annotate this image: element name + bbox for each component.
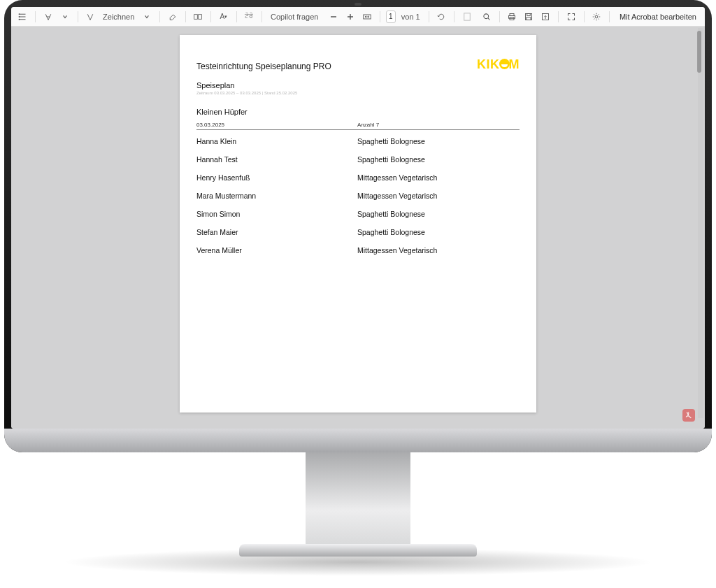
person-name: Stefan Maier xyxy=(196,228,357,236)
svg-point-15 xyxy=(484,13,489,18)
separator xyxy=(454,11,454,22)
separator xyxy=(584,11,585,22)
pdf-page: KIKM Testeinrichtung Speiseplanung PRO S… xyxy=(180,35,536,413)
copilot-button[interactable]: Copilot fragen xyxy=(268,13,322,21)
svg-rect-21 xyxy=(527,13,531,15)
fullscreen-icon[interactable] xyxy=(564,10,578,24)
edit-with-acrobat-link[interactable]: Mit Acrobat bearbeiten xyxy=(615,13,701,21)
read-aloud-icon[interactable]: ਟੋਰੋ xyxy=(242,10,256,24)
page-count-label: von 1 xyxy=(399,13,423,21)
table-row: Henry HasenfußMittagessen Vegetarisch xyxy=(196,173,520,182)
pdf-viewer-window: Zeichnen A▾ ਟੋਰੋ Copilot fragen xyxy=(11,7,705,429)
person-name: Mara Mustermann xyxy=(196,192,357,200)
save-as-icon[interactable] xyxy=(538,10,552,24)
pdf-toolbar: Zeichnen A▾ ਟੋਰੋ Copilot fragen xyxy=(11,7,705,27)
person-name: Henry Hasenfuß xyxy=(196,173,357,182)
separator xyxy=(35,11,36,22)
svg-point-4 xyxy=(19,16,20,17)
meal-list: Hanna KleinSpaghetti BologneseHannah Tes… xyxy=(196,137,520,254)
table-row: Verena MüllerMittagessen Vegetarisch xyxy=(196,246,520,254)
table-row: Simon SimonSpaghetti Bolognese xyxy=(196,210,520,218)
meal-name: Spaghetti Bolognese xyxy=(357,228,520,236)
separator xyxy=(609,11,610,22)
outline-icon[interactable] xyxy=(15,10,29,24)
separator xyxy=(210,11,211,22)
separator xyxy=(78,11,78,22)
separator xyxy=(429,11,429,22)
table-row: Mara MustermannMittagessen Vegetarisch xyxy=(196,192,520,200)
svg-rect-7 xyxy=(194,14,198,19)
document-subtitle: Speiseplan xyxy=(196,81,520,89)
separator xyxy=(499,11,500,22)
kikom-logo: KIKM xyxy=(477,57,520,72)
zoom-out-icon[interactable] xyxy=(327,10,341,24)
pdf-content-area: KIKM Testeinrichtung Speiseplanung PRO S… xyxy=(11,27,705,429)
chevron-down-icon[interactable] xyxy=(58,10,72,24)
svg-point-24 xyxy=(595,15,598,18)
chevron-down-icon[interactable] xyxy=(140,10,154,24)
separator xyxy=(380,11,380,22)
group-name: Kleinen Hüpfer xyxy=(196,108,520,116)
page-number-input[interactable]: 1 xyxy=(386,10,396,23)
fit-width-icon[interactable] xyxy=(360,10,374,24)
person-name: Simon Simon xyxy=(196,210,357,218)
monitor-frame: Zeichnen A▾ ਟੋਰੋ Copilot fragen xyxy=(4,0,712,452)
person-name: Verena Müller xyxy=(196,246,357,254)
meal-name: Spaghetti Bolognese xyxy=(357,137,520,145)
monitor-stand-base xyxy=(239,544,477,557)
adobe-pdf-icon[interactable] xyxy=(682,409,695,422)
save-icon[interactable] xyxy=(522,10,536,24)
svg-rect-17 xyxy=(510,13,514,15)
meal-name: Spaghetti Bolognese xyxy=(357,155,520,164)
page-view-icon[interactable] xyxy=(460,10,474,24)
header-date: 03.03.2025 xyxy=(196,122,357,128)
table-row: Hannah TestSpaghetti Bolognese xyxy=(196,155,520,164)
svg-point-5 xyxy=(19,19,20,20)
separator xyxy=(159,11,160,22)
settings-icon[interactable] xyxy=(589,10,603,24)
camera-notch xyxy=(355,3,361,6)
table-header: 03.03.2025 Anzahl 7 xyxy=(196,122,520,130)
print-icon[interactable] xyxy=(505,10,519,24)
separator xyxy=(558,11,559,22)
separator xyxy=(236,11,237,22)
highlighter-icon[interactable] xyxy=(41,10,55,24)
draw-label[interactable]: Zeichnen xyxy=(100,13,137,21)
meal-name: Mittagessen Vegetarisch xyxy=(357,192,520,200)
monitor-chin xyxy=(4,429,712,452)
svg-point-3 xyxy=(19,13,20,14)
svg-rect-22 xyxy=(527,17,531,20)
svg-rect-8 xyxy=(199,14,202,19)
person-name: Hannah Test xyxy=(196,155,357,164)
draw-icon[interactable] xyxy=(83,10,97,24)
svg-rect-14 xyxy=(464,13,470,20)
vertical-scrollbar[interactable] xyxy=(698,28,703,418)
scroll-thumb[interactable] xyxy=(697,31,701,73)
meal-name: Mittagessen Vegetarisch xyxy=(357,246,520,254)
meal-name: Mittagessen Vegetarisch xyxy=(357,173,520,182)
search-icon[interactable] xyxy=(480,10,494,24)
separator xyxy=(262,11,262,22)
monitor-stand-neck xyxy=(306,447,410,552)
zoom-in-icon[interactable] xyxy=(343,10,357,24)
document-date-range: Zeitraum 03.03.2025 – 03.03.2025 | Stand… xyxy=(196,91,520,95)
separator xyxy=(185,11,186,22)
svg-line-16 xyxy=(488,17,490,20)
meal-name: Spaghetti Bolognese xyxy=(357,210,520,218)
person-name: Hanna Klein xyxy=(196,137,357,145)
table-row: Stefan MaierSpaghetti Bolognese xyxy=(196,228,520,236)
eraser-icon[interactable] xyxy=(166,10,180,24)
header-count: Anzahl 7 xyxy=(357,122,520,128)
institution-title: Testeinrichtung Speiseplanung PRO xyxy=(196,62,520,71)
rotate-icon[interactable] xyxy=(434,10,448,24)
two-page-icon[interactable] xyxy=(191,10,205,24)
table-row: Hanna KleinSpaghetti Bolognese xyxy=(196,137,520,145)
text-size-icon[interactable]: A▾ xyxy=(217,10,231,24)
